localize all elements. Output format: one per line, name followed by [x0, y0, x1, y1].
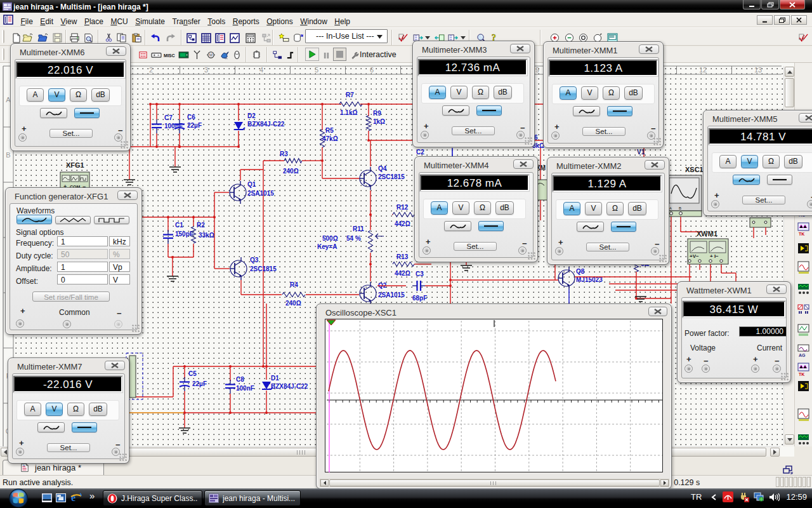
svg-text:R4: R4: [290, 281, 298, 288]
svg-text:R11: R11: [353, 225, 364, 232]
svg-text:C8: C8: [236, 376, 244, 383]
svg-text:2: 2: [149, 66, 153, 74]
svg-text:D2: D2: [247, 112, 256, 119]
svg-text:3: 3: [204, 66, 208, 74]
svg-text:R3: R3: [280, 150, 288, 157]
svg-text:100nF: 100nF: [236, 385, 254, 392]
svg-text:XSC1: XSC1: [685, 166, 704, 173]
svg-text:C5: C5: [188, 370, 197, 377]
svg-text:XFG1: XFG1: [66, 161, 84, 169]
svg-text:5: 5: [315, 66, 318, 74]
svg-text:9: 9: [535, 66, 539, 74]
svg-text:R9: R9: [373, 110, 381, 117]
svg-text:Q1: Q1: [247, 181, 256, 188]
svg-text:1kΩ: 1kΩ: [373, 118, 385, 125]
svg-text:B: B: [679, 206, 681, 210]
svg-text:2SC1815: 2SC1815: [250, 265, 277, 272]
svg-text:12: 12: [699, 66, 707, 74]
svg-text:500Ω: 500Ω: [322, 235, 338, 242]
svg-text:BZX84J-C22: BZX84J-C22: [271, 383, 308, 390]
svg-text:240Ω: 240Ω: [283, 168, 299, 175]
svg-text:442Ω: 442Ω: [395, 220, 410, 227]
svg-text:C2: C2: [416, 149, 424, 156]
svg-text:2SA1015: 2SA1015: [378, 291, 405, 298]
svg-text:C6: C6: [187, 114, 195, 121]
svg-text:22µF: 22µF: [187, 122, 202, 129]
svg-text:4: 4: [259, 66, 263, 74]
svg-text:+V−: +V−: [690, 253, 699, 259]
svg-text:2SA1015: 2SA1015: [247, 190, 274, 197]
svg-text:240Ω: 240Ω: [285, 300, 301, 307]
svg-text:XWM1: XWM1: [697, 230, 717, 237]
svg-text:R5: R5: [325, 127, 334, 134]
svg-text:AG: AG: [799, 353, 806, 358]
svg-text:B: B: [6, 151, 10, 159]
svg-text:C7: C7: [164, 114, 173, 121]
svg-text:TK: TK: [799, 372, 804, 377]
svg-text:1.1kΩ: 1.1kΩ: [340, 109, 357, 116]
svg-text:442Ω: 442Ω: [395, 270, 410, 277]
svg-text:BZX84J-C22: BZX84J-C22: [247, 121, 285, 128]
svg-text:2SC1815: 2SC1815: [378, 173, 405, 180]
svg-text:C3: C3: [416, 271, 424, 277]
svg-text:R13: R13: [396, 253, 409, 260]
svg-text:150pF: 150pF: [175, 231, 193, 237]
svg-text:V1: V1: [637, 149, 645, 156]
svg-text:A: A: [669, 206, 672, 210]
svg-text:MISC: MISC: [164, 53, 175, 58]
svg-text:e: e: [71, 492, 75, 503]
svg-text:M: M: [209, 53, 213, 57]
svg-text:Q8: Q8: [576, 268, 585, 275]
svg-text:R2: R2: [197, 222, 205, 229]
svg-text:68pF: 68pF: [412, 295, 427, 302]
svg-text:54 %: 54 %: [346, 235, 361, 242]
svg-text:47kΩ: 47kΩ: [322, 135, 338, 142]
svg-text:33kΩ: 33kΩ: [199, 232, 214, 239]
svg-text:R7: R7: [346, 91, 354, 98]
svg-text:C1: C1: [175, 222, 183, 229]
svg-text:R12: R12: [396, 204, 409, 211]
svg-text:Q3: Q3: [250, 257, 259, 264]
svg-text:Q4: Q4: [378, 165, 387, 172]
svg-text:TK: TK: [799, 232, 804, 236]
svg-text:22µF: 22µF: [192, 380, 207, 387]
svg-text:13: 13: [754, 66, 762, 74]
svg-text:D1: D1: [271, 375, 279, 382]
svg-text:Key=A: Key=A: [317, 243, 337, 250]
svg-text:6: 6: [370, 66, 374, 74]
svg-text:+ I−: + I−: [710, 253, 719, 259]
